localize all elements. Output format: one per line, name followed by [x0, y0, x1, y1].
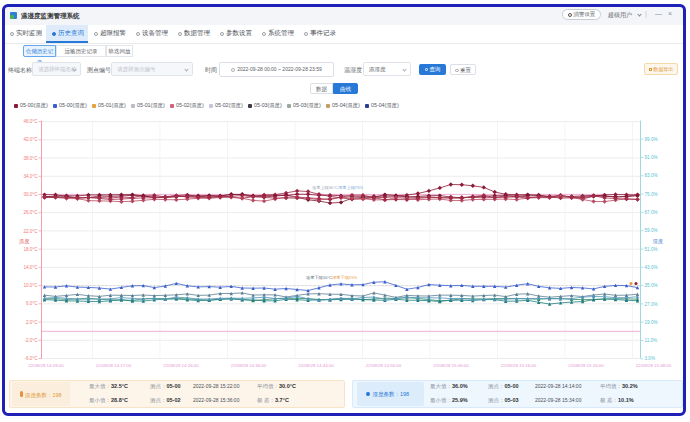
svg-text:83.0%: 83.0% [645, 173, 658, 178]
svg-text:温度上限30°C湿度上限75%: 温度上限30°C湿度上限75% [312, 185, 364, 190]
svg-text:19.0%: 19.0% [645, 320, 658, 325]
svg-text:75.0%: 75.0% [645, 192, 658, 197]
svg-text:26.0°C: 26.0°C [23, 210, 38, 215]
svg-text:30.0°C: 30.0°C [23, 192, 38, 197]
svg-text:43.0%: 43.0% [645, 265, 658, 270]
svg-text:46.0°C: 46.0°C [23, 119, 38, 124]
svg-text:14.0°C: 14.0°C [23, 265, 38, 270]
svg-text:22/09/28 15:48:00: 22/09/28 15:48:00 [636, 363, 672, 368]
svg-text:11.0%: 11.0% [645, 338, 658, 343]
svg-text:35.0%: 35.0% [645, 283, 658, 288]
svg-text:22.0°C: 22.0°C [23, 229, 38, 234]
svg-text:42.0°C: 42.0°C [23, 137, 38, 142]
svg-text:22/09/28 14:26:00: 22/09/28 14:26:00 [163, 363, 199, 368]
svg-text:3.0%: 3.0% [645, 356, 655, 361]
svg-text:22/09/28 14:36:00: 22/09/28 14:36:00 [231, 363, 267, 368]
svg-text:34.0°C: 34.0°C [23, 174, 38, 179]
svg-text:22/09/28 15:26:00: 22/09/28 15:26:00 [568, 363, 604, 368]
svg-text:22/09/28 14:17:00: 22/09/28 14:17:00 [96, 363, 132, 368]
svg-text:6.0°C: 6.0°C [26, 301, 38, 306]
svg-text:22/09/28 14:44:00: 22/09/28 14:44:00 [298, 363, 334, 368]
svg-text:27.0%: 27.0% [645, 302, 658, 307]
svg-text:91.0%: 91.0% [645, 155, 658, 160]
svg-text:22/09/28 14:56:00: 22/09/28 14:56:00 [366, 363, 402, 368]
svg-text:22/09/28 15:16:00: 22/09/28 15:16:00 [501, 363, 537, 368]
svg-text:湿度: 湿度 [653, 238, 664, 245]
svg-text:51.0%: 51.0% [645, 247, 658, 252]
svg-text:67.0%: 67.0% [645, 210, 658, 215]
svg-text:22/09/28 15:06:00: 22/09/28 15:06:00 [433, 363, 469, 368]
svg-text:18.0°C: 18.0°C [23, 247, 38, 252]
svg-text:2.0°C: 2.0°C [26, 320, 38, 325]
svg-text:-6.0°C: -6.0°C [24, 356, 38, 361]
svg-text:59.0%: 59.0% [645, 228, 658, 233]
svg-text:22/09/28 14:09:00: 22/09/28 14:09:00 [28, 363, 64, 368]
svg-text:-2.0°C: -2.0°C [24, 338, 38, 343]
svg-text:温度下限10°C湿度下限15%: 温度下限10°C湿度下限15% [306, 275, 358, 280]
svg-text:温度: 温度 [19, 238, 30, 245]
svg-text:10.0°C: 10.0°C [23, 283, 38, 288]
svg-text:99.0%: 99.0% [645, 137, 658, 142]
svg-text:38.0°C: 38.0°C [23, 156, 38, 161]
